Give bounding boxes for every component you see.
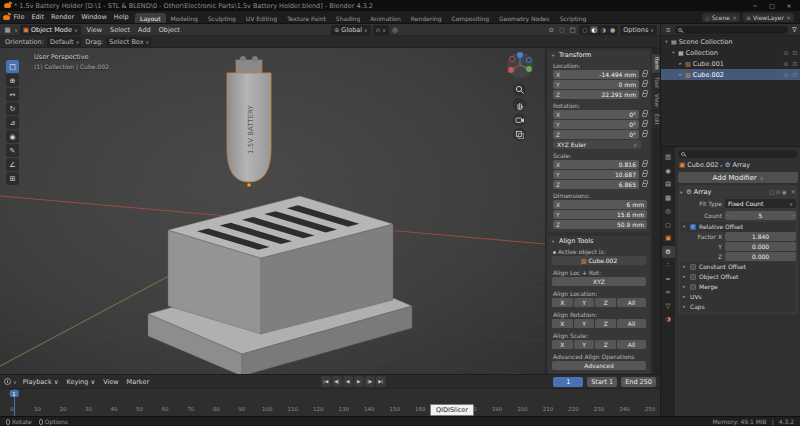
clear-view-layer-icon[interactable]: × bbox=[786, 14, 791, 21]
frame-start-field[interactable]: Start1 bbox=[587, 377, 617, 387]
align-scale-z[interactable]: Z bbox=[595, 340, 616, 349]
pan-hand-icon[interactable] bbox=[513, 98, 526, 111]
align-rotation-y[interactable]: Y bbox=[574, 319, 595, 328]
play-back-button[interactable]: ◀ bbox=[343, 376, 353, 387]
align-scale-all[interactable]: All bbox=[617, 340, 646, 349]
lock-icon[interactable] bbox=[642, 123, 647, 127]
workspace-tab-scripting[interactable]: Scripting bbox=[555, 13, 592, 24]
breadcrumb-object[interactable]: Cube.002 bbox=[687, 161, 718, 169]
expand-arrow-icon[interactable]: ▾ bbox=[671, 50, 676, 55]
timeline-menu-marker[interactable]: Marker bbox=[123, 378, 153, 386]
field-z[interactable]: Z50.9 mm bbox=[553, 220, 647, 229]
timeline-editor-icon[interactable] bbox=[4, 378, 11, 385]
viewport-menu-add[interactable]: Add bbox=[134, 26, 155, 34]
subpanel-uvs[interactable]: ▸UVs bbox=[680, 292, 796, 302]
annotate-tool[interactable]: ✎ bbox=[6, 144, 19, 157]
rotate-tool[interactable]: ↻ bbox=[6, 102, 19, 115]
frame-end-field[interactable]: End250 bbox=[621, 377, 656, 387]
subpanel-caps[interactable]: ▸Caps bbox=[680, 302, 796, 312]
properties-tab-physics[interactable]: ≈ bbox=[662, 273, 675, 285]
align-location-all[interactable]: All bbox=[617, 298, 646, 307]
select-box-tool[interactable]: □ bbox=[6, 60, 19, 73]
disable-in-renders-icon[interactable]: ⊡ bbox=[791, 61, 798, 67]
rotation-mode-dropdown[interactable]: XYZ Euler ∨ bbox=[553, 140, 641, 149]
shading-wireframe-icon[interactable]: ○ bbox=[581, 26, 588, 33]
factor-factor-x-field[interactable]: 1.840 bbox=[725, 232, 796, 241]
lock-icon[interactable] bbox=[642, 183, 647, 187]
field-y[interactable]: Y0° bbox=[553, 120, 639, 129]
workspace-tab-texture-paint[interactable]: Texture Paint bbox=[282, 13, 331, 24]
align-loc-rot-button[interactable]: XYZ bbox=[552, 277, 646, 286]
scale-tool[interactable]: ⊿ bbox=[6, 116, 19, 129]
display-realtime-icon[interactable]: ⊙ bbox=[776, 189, 781, 195]
align-location-x[interactable]: X bbox=[552, 298, 573, 307]
maximize-button[interactable]: □ bbox=[765, 2, 779, 9]
workspace-tab-modeling[interactable]: Modeling bbox=[166, 13, 203, 24]
outliner-editor-icon[interactable]: ≡ bbox=[664, 26, 672, 34]
advanced-align-button[interactable]: Advanced bbox=[552, 361, 646, 370]
scene-selector[interactable]: ◇ Scene × bbox=[702, 13, 740, 22]
workspace-tab-compositing[interactable]: Compositing bbox=[446, 13, 494, 24]
viewport-menu-object[interactable]: Object bbox=[155, 26, 184, 34]
timeline-menu-playback[interactable]: Playback ∨ bbox=[19, 378, 63, 386]
disable-in-renders-icon[interactable]: ⊡ bbox=[791, 72, 798, 78]
menu-help[interactable]: Help bbox=[110, 13, 132, 21]
navigation-gizmo[interactable] bbox=[506, 51, 534, 79]
properties-tab-particles[interactable]: ∴ bbox=[662, 259, 675, 271]
field-x[interactable]: X6 mm bbox=[553, 200, 647, 209]
gizmo-y-axis[interactable] bbox=[526, 66, 532, 72]
zoom-icon[interactable] bbox=[513, 83, 526, 96]
lock-icon[interactable] bbox=[642, 133, 647, 137]
factor-y-field[interactable]: 0.000 bbox=[725, 242, 796, 251]
active-object-field[interactable]: ▧ Cube.002 bbox=[552, 256, 646, 265]
play-button[interactable]: ▶ bbox=[354, 376, 364, 387]
workspace-tab-sculpting[interactable]: Sculpting bbox=[203, 13, 241, 24]
filter-icon[interactable]: ∇ bbox=[791, 26, 798, 34]
align-rotation-z[interactable]: Z bbox=[595, 319, 616, 328]
mode-dropdown[interactable]: ▣ Object Mode ∨ bbox=[20, 25, 81, 35]
align-location-y[interactable]: Y bbox=[574, 298, 595, 307]
array-modifier-header[interactable]: ▾ ⚙ Array ▢ ⊙ ◉ × bbox=[680, 187, 796, 197]
properties-tab-output[interactable]: ▤ bbox=[662, 178, 675, 190]
subpanel-merge[interactable]: ▸Merge bbox=[680, 282, 796, 292]
field-x[interactable]: X0.816 bbox=[553, 160, 639, 169]
display-render-icon[interactable]: ◉ bbox=[782, 189, 787, 195]
workspace-tab-shading[interactable]: Shading bbox=[331, 13, 365, 24]
lock-icon[interactable] bbox=[642, 163, 647, 167]
hide-in-viewport-icon[interactable]: ⊙ bbox=[783, 50, 790, 56]
show-gizmo-icon[interactable]: ⊙ bbox=[547, 26, 555, 34]
npanel-tab-view[interactable]: View bbox=[652, 91, 660, 110]
viewport-menu-select[interactable]: Select bbox=[106, 26, 134, 34]
field-y[interactable]: Y15.6 mm bbox=[553, 210, 647, 219]
current-frame-field[interactable]: 1 bbox=[553, 377, 583, 387]
timeline-menu-view[interactable]: View bbox=[99, 378, 122, 386]
npanel-tab-edit[interactable]: Edit bbox=[652, 111, 660, 128]
menu-file[interactable]: File bbox=[10, 13, 28, 21]
timeline-ruler[interactable]: 1 01020304050607080901001101201301401501… bbox=[0, 389, 660, 416]
move-tool[interactable]: ↔ bbox=[6, 88, 19, 101]
align-rotation-x[interactable]: X bbox=[552, 319, 573, 328]
workspace-tab-rendering[interactable]: Rendering bbox=[406, 13, 447, 24]
options-dropdown[interactable]: Options ∨ bbox=[620, 25, 657, 35]
properties-search[interactable] bbox=[678, 150, 798, 158]
breadcrumb-item[interactable]: Array bbox=[733, 161, 751, 169]
overlays-icon[interactable]: ◌ bbox=[557, 26, 566, 34]
cursor-tool[interactable]: ⊕ bbox=[6, 74, 19, 87]
properties-tab-view-layer[interactable]: ▦ bbox=[662, 192, 675, 204]
transform-panel-header[interactable]: ▾ Transform bbox=[548, 50, 650, 60]
npanel-tab-item[interactable]: Item bbox=[652, 54, 660, 73]
outliner-search[interactable] bbox=[675, 26, 787, 34]
lock-icon[interactable] bbox=[642, 83, 647, 87]
blender-menu-icon[interactable] bbox=[3, 15, 10, 20]
checkbox-merge[interactable] bbox=[690, 284, 696, 290]
gizmo-z-axis[interactable] bbox=[517, 52, 523, 58]
stepper-right-icon[interactable]: › bbox=[792, 212, 794, 218]
measure-tool[interactable]: ∠ bbox=[6, 158, 19, 171]
subpanel-object-offset[interactable]: ▸Object Offset bbox=[680, 272, 796, 282]
next-key-button[interactable]: |▶ bbox=[365, 376, 375, 387]
properties-tab-render[interactable]: ◉ bbox=[662, 165, 675, 177]
subpanel-relative-offset[interactable]: ▾✓Relative Offset bbox=[680, 222, 796, 232]
qidislicer-tooltip[interactable]: QIDISlicer bbox=[430, 404, 474, 416]
perspective-toggle-icon[interactable] bbox=[513, 128, 526, 141]
menu-render[interactable]: Render bbox=[47, 13, 77, 21]
